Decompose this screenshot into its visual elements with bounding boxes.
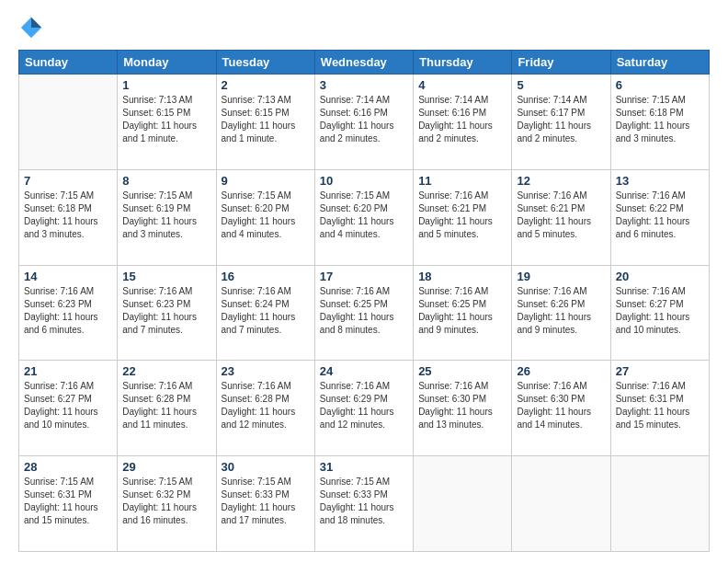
day-number: 27 xyxy=(616,364,704,378)
calendar-table: SundayMondayTuesdayWednesdayThursdayFrid… xyxy=(18,50,710,552)
calendar-cell xyxy=(19,75,118,170)
day-info: Sunrise: 7:15 AMSunset: 6:33 PMDaylight:… xyxy=(320,476,408,527)
calendar-cell: 28Sunrise: 7:15 AMSunset: 6:31 PMDayligh… xyxy=(19,456,118,552)
calendar-cell: 16Sunrise: 7:16 AMSunset: 6:24 PMDayligh… xyxy=(216,265,314,361)
calendar-cell: 1Sunrise: 7:13 AMSunset: 6:15 PMDaylight… xyxy=(118,75,216,170)
day-number: 29 xyxy=(122,460,210,474)
calendar-cell: 20Sunrise: 7:16 AMSunset: 6:27 PMDayligh… xyxy=(610,265,709,361)
day-info: Sunrise: 7:16 AMSunset: 6:28 PMDaylight:… xyxy=(122,380,210,431)
day-info: Sunrise: 7:15 AMSunset: 6:32 PMDaylight:… xyxy=(122,476,210,527)
calendar-cell: 25Sunrise: 7:16 AMSunset: 6:30 PMDayligh… xyxy=(414,361,512,456)
day-number: 6 xyxy=(616,78,704,92)
day-number: 18 xyxy=(418,270,506,283)
calendar-cell: 19Sunrise: 7:16 AMSunset: 6:26 PMDayligh… xyxy=(512,265,610,361)
calendar-cell: 31Sunrise: 7:15 AMSunset: 6:33 PMDayligh… xyxy=(314,456,413,552)
day-info: Sunrise: 7:16 AMSunset: 6:31 PMDaylight:… xyxy=(616,380,704,431)
day-number: 14 xyxy=(24,270,112,283)
calendar-cell: 2Sunrise: 7:13 AMSunset: 6:15 PMDaylight… xyxy=(216,75,314,170)
calendar-cell: 17Sunrise: 7:16 AMSunset: 6:25 PMDayligh… xyxy=(314,265,413,361)
day-info: Sunrise: 7:16 AMSunset: 6:26 PMDaylight:… xyxy=(517,285,605,337)
day-info: Sunrise: 7:16 AMSunset: 6:27 PMDaylight:… xyxy=(24,380,112,431)
day-number: 1 xyxy=(122,78,210,92)
day-info: Sunrise: 7:13 AMSunset: 6:15 PMDaylight:… xyxy=(222,94,310,145)
svg-marker-1 xyxy=(31,17,41,28)
day-info: Sunrise: 7:16 AMSunset: 6:23 PMDaylight:… xyxy=(122,285,210,337)
page: SundayMondayTuesdayWednesdayThursdayFrid… xyxy=(0,0,728,563)
day-info: Sunrise: 7:16 AMSunset: 6:25 PMDaylight:… xyxy=(320,285,408,337)
day-info: Sunrise: 7:15 AMSunset: 6:20 PMDaylight:… xyxy=(222,190,310,241)
day-info: Sunrise: 7:16 AMSunset: 6:25 PMDaylight:… xyxy=(418,285,506,337)
day-info: Sunrise: 7:16 AMSunset: 6:21 PMDaylight:… xyxy=(418,190,506,241)
calendar-cell: 27Sunrise: 7:16 AMSunset: 6:31 PMDayligh… xyxy=(610,361,709,456)
calendar-cell: 26Sunrise: 7:16 AMSunset: 6:30 PMDayligh… xyxy=(512,361,610,456)
day-info: Sunrise: 7:16 AMSunset: 6:27 PMDaylight:… xyxy=(616,285,704,337)
day-info: Sunrise: 7:16 AMSunset: 6:21 PMDaylight:… xyxy=(517,190,605,241)
calendar-cell: 30Sunrise: 7:15 AMSunset: 6:33 PMDayligh… xyxy=(216,456,314,552)
day-info: Sunrise: 7:15 AMSunset: 6:31 PMDaylight:… xyxy=(24,476,112,527)
calendar-week-row: 28Sunrise: 7:15 AMSunset: 6:31 PMDayligh… xyxy=(19,456,710,552)
day-number: 12 xyxy=(517,174,605,188)
calendar-cell: 11Sunrise: 7:16 AMSunset: 6:21 PMDayligh… xyxy=(414,169,512,265)
weekday-header-tuesday: Tuesday xyxy=(216,51,314,75)
weekday-header-wednesday: Wednesday xyxy=(314,51,413,75)
calendar-week-row: 1Sunrise: 7:13 AMSunset: 6:15 PMDaylight… xyxy=(19,75,710,170)
day-info: Sunrise: 7:15 AMSunset: 6:18 PMDaylight:… xyxy=(24,190,112,241)
header xyxy=(18,15,710,40)
weekday-header-friday: Friday xyxy=(512,51,610,75)
day-info: Sunrise: 7:15 AMSunset: 6:19 PMDaylight:… xyxy=(122,190,210,241)
day-number: 11 xyxy=(418,174,506,188)
day-number: 10 xyxy=(320,174,408,188)
day-number: 16 xyxy=(222,270,310,283)
weekday-header-sunday: Sunday xyxy=(19,51,118,75)
weekday-header-saturday: Saturday xyxy=(610,51,709,75)
calendar-cell: 6Sunrise: 7:15 AMSunset: 6:18 PMDaylight… xyxy=(610,75,709,170)
calendar-cell: 3Sunrise: 7:14 AMSunset: 6:16 PMDaylight… xyxy=(314,75,413,170)
calendar-cell: 15Sunrise: 7:16 AMSunset: 6:23 PMDayligh… xyxy=(118,265,216,361)
day-info: Sunrise: 7:14 AMSunset: 6:17 PMDaylight:… xyxy=(517,94,605,145)
calendar-cell: 4Sunrise: 7:14 AMSunset: 6:16 PMDaylight… xyxy=(414,75,512,170)
day-info: Sunrise: 7:14 AMSunset: 6:16 PMDaylight:… xyxy=(418,94,506,145)
day-info: Sunrise: 7:15 AMSunset: 6:33 PMDaylight:… xyxy=(222,476,310,527)
day-number: 2 xyxy=(222,78,310,92)
day-number: 21 xyxy=(24,364,112,378)
day-info: Sunrise: 7:16 AMSunset: 6:22 PMDaylight:… xyxy=(616,190,704,241)
calendar-cell: 24Sunrise: 7:16 AMSunset: 6:29 PMDayligh… xyxy=(314,361,413,456)
day-info: Sunrise: 7:14 AMSunset: 6:16 PMDaylight:… xyxy=(320,94,408,145)
day-number: 30 xyxy=(222,460,310,474)
day-number: 8 xyxy=(122,174,210,188)
day-number: 24 xyxy=(320,364,408,378)
weekday-header-thursday: Thursday xyxy=(414,51,512,75)
logo xyxy=(18,15,48,40)
calendar-week-row: 7Sunrise: 7:15 AMSunset: 6:18 PMDaylight… xyxy=(19,169,710,265)
weekday-header-monday: Monday xyxy=(118,51,216,75)
day-info: Sunrise: 7:16 AMSunset: 6:28 PMDaylight:… xyxy=(222,380,310,431)
calendar-cell: 9Sunrise: 7:15 AMSunset: 6:20 PMDaylight… xyxy=(216,169,314,265)
calendar-cell xyxy=(414,456,512,552)
day-number: 15 xyxy=(122,270,210,283)
calendar-week-row: 21Sunrise: 7:16 AMSunset: 6:27 PMDayligh… xyxy=(19,361,710,456)
day-info: Sunrise: 7:16 AMSunset: 6:30 PMDaylight:… xyxy=(418,380,506,431)
day-number: 19 xyxy=(517,270,605,283)
day-number: 9 xyxy=(222,174,310,188)
calendar-cell: 21Sunrise: 7:16 AMSunset: 6:27 PMDayligh… xyxy=(19,361,118,456)
day-info: Sunrise: 7:15 AMSunset: 6:20 PMDaylight:… xyxy=(320,190,408,241)
day-number: 22 xyxy=(122,364,210,378)
day-number: 31 xyxy=(320,460,408,474)
day-number: 23 xyxy=(222,364,310,378)
day-info: Sunrise: 7:16 AMSunset: 6:30 PMDaylight:… xyxy=(517,380,605,431)
calendar-cell: 7Sunrise: 7:15 AMSunset: 6:18 PMDaylight… xyxy=(19,169,118,265)
day-info: Sunrise: 7:16 AMSunset: 6:24 PMDaylight:… xyxy=(222,285,310,337)
day-info: Sunrise: 7:16 AMSunset: 6:23 PMDaylight:… xyxy=(24,285,112,337)
day-number: 7 xyxy=(24,174,112,188)
day-number: 5 xyxy=(517,78,605,92)
calendar-cell: 29Sunrise: 7:15 AMSunset: 6:32 PMDayligh… xyxy=(118,456,216,552)
calendar-cell: 8Sunrise: 7:15 AMSunset: 6:19 PMDaylight… xyxy=(118,169,216,265)
calendar-cell: 12Sunrise: 7:16 AMSunset: 6:21 PMDayligh… xyxy=(512,169,610,265)
calendar-cell: 13Sunrise: 7:16 AMSunset: 6:22 PMDayligh… xyxy=(610,169,709,265)
logo-icon xyxy=(18,15,44,40)
day-number: 13 xyxy=(616,174,704,188)
calendar-week-row: 14Sunrise: 7:16 AMSunset: 6:23 PMDayligh… xyxy=(19,265,710,361)
calendar-cell: 22Sunrise: 7:16 AMSunset: 6:28 PMDayligh… xyxy=(118,361,216,456)
calendar-cell xyxy=(610,456,709,552)
day-number: 28 xyxy=(24,460,112,474)
